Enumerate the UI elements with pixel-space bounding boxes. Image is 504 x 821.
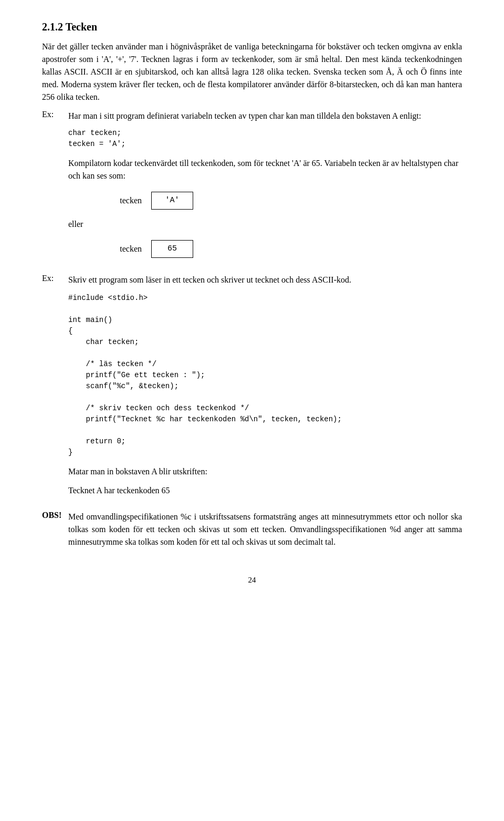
diagram-area-1: tecken 'A': [100, 192, 462, 213]
section-heading: 2.1.2 Tecken: [42, 21, 462, 33]
result-text: Tecknet A har teckenkoden 65: [68, 484, 462, 497]
example-1-followup: Kompilatorn kodar teckenvärdet till teck…: [68, 159, 458, 180]
example-2-text: Skriv ett program som läser in ett tecke…: [68, 274, 462, 286]
diagram-label-2: tecken: [100, 243, 142, 255]
diagram-row-1: tecken 'A': [100, 192, 193, 210]
diagram-box-1: 'A': [151, 192, 193, 210]
page-number: 24: [42, 576, 462, 585]
obs-text: Med omvandlingspecifikationen %c i utskr…: [68, 511, 462, 548]
example-2-content: Skriv ett program som läser in ett tecke…: [68, 274, 462, 503]
example-2-block: Ex: Skriv ett program som läser in ett t…: [42, 274, 462, 503]
diagram-area-2: tecken 65: [100, 240, 462, 261]
example-2-code: #include <stdio.h> int main() { char tec…: [68, 293, 462, 458]
eller-text: eller: [68, 218, 462, 231]
diagram-label-1: tecken: [100, 194, 142, 207]
result-label: Matar man in bokstaven A blir utskriften…: [68, 465, 462, 478]
main-paragraph: När det gäller tecken använder man i hög…: [42, 40, 462, 103]
example-1-block: Ex: Har man i sitt program definierat va…: [42, 110, 462, 266]
obs-label: OBS!: [42, 511, 68, 520]
obs-block: OBS! Med omvandlingspecifikationen %c i …: [42, 511, 462, 555]
example-1-text: Har man i sitt program definierat variab…: [68, 111, 421, 120]
example-2-label: Ex:: [42, 274, 68, 283]
diagram-box-2: 65: [151, 240, 193, 258]
example-1-content: Har man i sitt program definierat variab…: [68, 110, 462, 266]
diagram-row-2: tecken 65: [100, 240, 193, 258]
example-1-code: char tecken; tecken = 'A';: [68, 128, 462, 150]
example-1-label: Ex:: [42, 110, 68, 119]
